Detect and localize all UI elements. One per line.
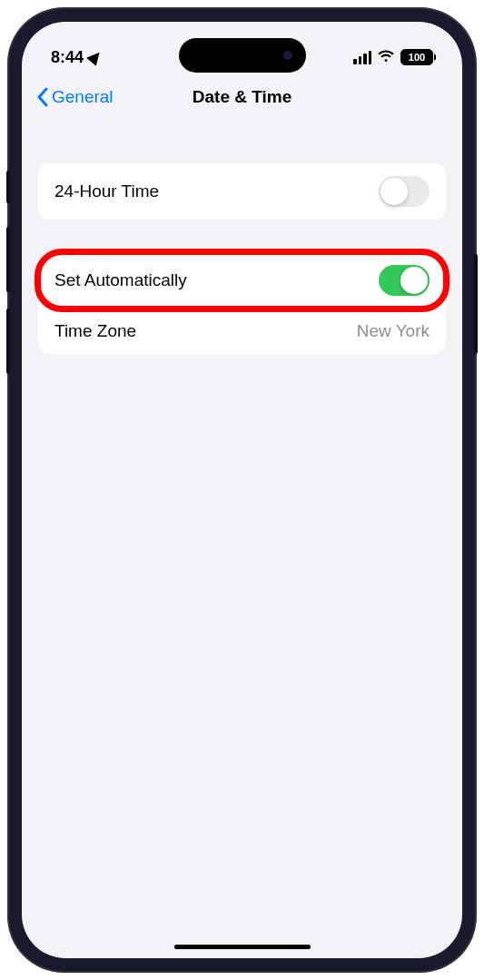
signal-icon	[353, 51, 371, 64]
row-value: New York	[357, 321, 430, 341]
screen: 8:44 100 General Date & Time	[22, 22, 462, 958]
back-button[interactable]: General	[36, 87, 114, 107]
wifi-icon	[377, 49, 395, 66]
settings-group-auto: Set Automatically Time Zone New York	[38, 252, 446, 354]
chevron-left-icon	[36, 87, 49, 107]
toggle-knob	[400, 267, 428, 294]
row-label: 24-Hour Time	[54, 181, 159, 201]
volume-up-button	[6, 227, 10, 292]
volume-down-button	[6, 309, 10, 374]
power-button	[474, 254, 478, 354]
status-time: 8:44	[51, 48, 84, 67]
phone-frame: 8:44 100 General Date & Time	[9, 9, 475, 971]
back-label: General	[52, 87, 114, 107]
toggle-24-hour-time[interactable]	[379, 176, 430, 207]
page-title: Date & Time	[193, 87, 291, 107]
dynamic-island	[179, 38, 306, 73]
silent-switch	[6, 171, 10, 203]
battery-icon: 100	[400, 49, 433, 65]
home-indicator[interactable]	[174, 945, 311, 949]
location-arrow-icon	[86, 48, 104, 66]
status-right: 100	[353, 49, 433, 66]
battery-level: 100	[402, 52, 431, 63]
nav-bar: General Date & Time	[22, 74, 462, 118]
toggle-knob	[380, 178, 408, 205]
settings-group-time-format: 24-Hour Time	[38, 163, 446, 220]
toggle-set-automatically[interactable]	[379, 265, 430, 296]
row-label: Set Automatically	[54, 270, 187, 290]
row-set-automatically[interactable]: Set Automatically	[38, 252, 446, 309]
row-24-hour-time[interactable]: 24-Hour Time	[38, 163, 446, 220]
highlight-wrapper: Set Automatically	[38, 252, 446, 309]
row-time-zone[interactable]: Time Zone New York	[38, 309, 446, 354]
status-left: 8:44	[51, 48, 102, 67]
row-label: Time Zone	[54, 321, 136, 341]
content: 24-Hour Time Set Automatically	[22, 118, 462, 354]
